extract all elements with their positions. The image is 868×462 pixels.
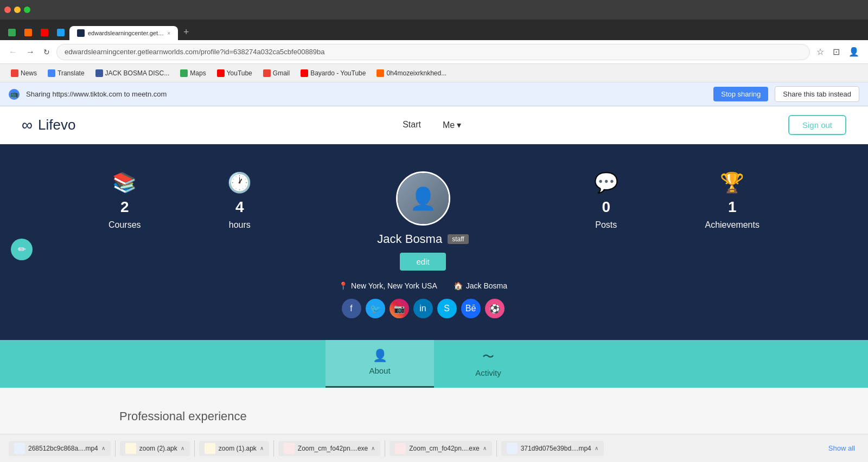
download-item-0[interactable]: 268512bc9c868a....mp4 ∧: [9, 441, 111, 456]
browser-chrome: [0, 0, 868, 20]
tab-activity[interactable]: 〜 Activity: [434, 340, 542, 388]
download-item-1[interactable]: zoom (2).apk ∧: [120, 441, 190, 456]
extension-button[interactable]: ⊡: [831, 44, 842, 59]
downloads-bar: 268512bc9c868a....mp4 ∧ zoom (2).apk ∧ z…: [0, 434, 868, 462]
download-item-3[interactable]: Zoom_cm_fo42pn....exe ∧: [278, 441, 380, 456]
sharing-text: Sharing https://www.tiktok.com to meetn.…: [26, 90, 707, 98]
download-item-2[interactable]: zoom (1).apk ∧: [199, 441, 269, 456]
facebook-icon[interactable]: f: [342, 299, 361, 318]
skype-icon[interactable]: S: [437, 299, 457, 318]
linkedin-icon[interactable]: in: [413, 299, 433, 318]
url-bar[interactable]: edwardslearningcenter.getlearnworlds.com…: [56, 44, 810, 60]
sharing-banner: 📺 Sharing https://www.tiktok.com to meet…: [0, 82, 868, 106]
meta-website: 🏠 Jack Bosma: [454, 281, 507, 290]
staff-badge: staff: [448, 234, 468, 244]
tab-close-icon[interactable]: ×: [167, 30, 170, 36]
refresh-button[interactable]: ↻: [41, 46, 52, 59]
download-item-5[interactable]: 371d9d075e39bd....mp4 ∧: [501, 441, 604, 456]
download-icon: [205, 443, 215, 454]
profile-button[interactable]: 👤: [846, 44, 861, 59]
profile-name: Jack Bosma: [377, 232, 442, 246]
edit-profile-button[interactable]: edit: [400, 253, 445, 271]
logo-icon: ∞: [22, 117, 33, 134]
instagram-icon[interactable]: 📷: [390, 299, 409, 318]
website-text: Jack Bosma: [466, 281, 507, 290]
bookmark-news[interactable]: News: [7, 68, 41, 79]
bookmark-maps[interactable]: Maps: [176, 68, 210, 79]
posts-label: Posts: [595, 220, 617, 230]
download-item-4[interactable]: Zoom_cm_fo42pn....exe ∧: [390, 441, 492, 456]
download-name: zoom (1).apk: [219, 445, 257, 452]
bookmark-favicon: [301, 69, 308, 77]
share-tab-button[interactable]: Share this tab instead: [775, 86, 859, 102]
hours-label: hours: [229, 220, 251, 230]
download-caret[interactable]: ∧: [483, 445, 487, 451]
website-content: ∞ Lifevo Start Me ▾ Sign out 📚 2 Courses…: [0, 106, 868, 462]
tab-about[interactable]: 👤 About: [326, 340, 434, 388]
active-tab[interactable]: edwardslearningcenter.getlearnworlds.com…: [69, 26, 178, 40]
new-tab-button[interactable]: +: [179, 24, 194, 40]
avatar-image: 👤: [398, 173, 449, 224]
separator: [194, 440, 195, 457]
nav-me[interactable]: Me ▾: [443, 120, 461, 130]
location-icon: 📍: [339, 281, 348, 290]
download-caret[interactable]: ∧: [181, 445, 184, 451]
bookmark-favicon: [263, 69, 271, 77]
profile-avatar: 👤: [396, 171, 450, 226]
nav-me-label: Me: [443, 120, 455, 130]
behance-icon[interactable]: Bē: [461, 299, 481, 318]
min-traffic[interactable]: [14, 7, 21, 13]
bookmark-facebook[interactable]: JACK BOSMA DISC...: [91, 68, 174, 79]
nav-me-chevron: ▾: [457, 120, 461, 130]
close-traffic[interactable]: [4, 7, 11, 13]
website-icon: 🏠: [454, 281, 463, 290]
achievements-label: Achievements: [705, 220, 760, 230]
back-button[interactable]: ←: [7, 45, 20, 59]
nav-start[interactable]: Start: [403, 120, 421, 130]
download-icon: [507, 443, 518, 454]
tab-item[interactable]: [4, 25, 20, 40]
bookmark-translate[interactable]: Translate: [43, 68, 89, 79]
download-name: 371d9d075e39bd....mp4: [521, 445, 591, 452]
location-text: New York, New York USA: [351, 281, 437, 290]
download-name: 268512bc9c868a....mp4: [28, 445, 98, 452]
stat-posts: 💬 0 Posts: [594, 171, 618, 230]
download-caret[interactable]: ∧: [595, 445, 598, 451]
download-caret[interactable]: ∧: [101, 445, 105, 451]
tab-favicon: [77, 29, 85, 37]
tab-item[interactable]: [21, 25, 36, 40]
edit-float-button[interactable]: ✏: [11, 239, 33, 260]
bookmark-bayardo[interactable]: Bayardo - YouTube: [296, 68, 370, 79]
download-name: zoom (2).apk: [139, 445, 177, 452]
sign-out-button[interactable]: Sign out: [788, 115, 846, 135]
site-logo[interactable]: ∞ Lifevo: [22, 117, 75, 134]
courses-value: 2: [120, 198, 129, 216]
bookmark-label: 0h4mozeixrknkhed...: [386, 69, 446, 77]
show-all-button[interactable]: Show all: [824, 442, 859, 454]
site-header: ∞ Lifevo Start Me ▾ Sign out: [0, 106, 868, 144]
bookmark-label: Gmail: [273, 69, 290, 77]
forward-button[interactable]: →: [24, 45, 37, 59]
browser-actions: ☆ ⊡ 👤: [814, 44, 861, 59]
bookmark-youtube[interactable]: YouTube: [213, 68, 257, 79]
dribbble-icon[interactable]: ⚽: [485, 299, 505, 318]
achievements-value: 1: [728, 198, 737, 216]
download-caret[interactable]: ∧: [260, 445, 264, 451]
stop-sharing-button[interactable]: Stop sharing: [713, 87, 768, 101]
tab-item[interactable]: [53, 25, 68, 40]
courses-label: Courses: [108, 220, 141, 230]
download-caret[interactable]: ∧: [371, 445, 375, 451]
star-button[interactable]: ☆: [814, 44, 826, 59]
bookmark-gmail[interactable]: Gmail: [259, 68, 294, 79]
bookmark-other[interactable]: 0h4mozeixrknkhed...: [372, 68, 451, 79]
bookmark-favicon: [180, 69, 188, 77]
bookmark-label: JACK BOSMA DISC...: [105, 69, 170, 77]
max-traffic[interactable]: [24, 7, 30, 13]
stat-hours: 🕐 4 hours: [227, 171, 252, 230]
profile-center: 👤 Jack Bosma staff edit 📍 New York, New …: [339, 171, 507, 318]
tab-item[interactable]: [37, 25, 52, 40]
profile-stats: 📚 2 Courses 🕐 4 hours 👤 Jack Bosma staff…: [0, 171, 868, 318]
twitter-icon[interactable]: 🐦: [366, 299, 385, 318]
download-name: Zoom_cm_fo42pn....exe: [409, 445, 479, 452]
download-icon: [14, 443, 25, 454]
